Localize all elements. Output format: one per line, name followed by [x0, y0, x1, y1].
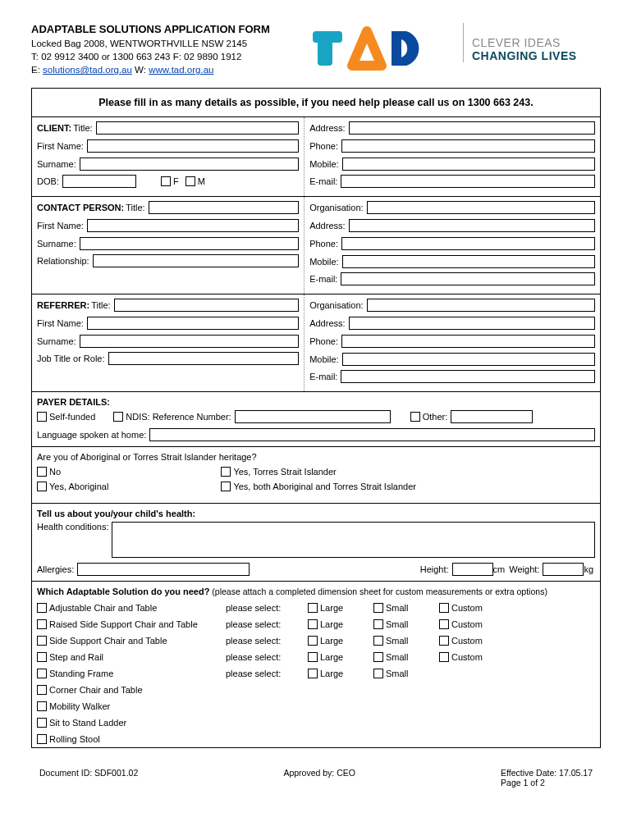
referrer-job-label: Job Title or Role: [37, 354, 105, 363]
solution-small-checkbox[interactable] [373, 619, 383, 629]
solution-checkbox[interactable] [37, 669, 47, 678]
tad-logo [300, 23, 448, 74]
contact-relationship-input[interactable] [93, 254, 300, 267]
payer-section: PAYER DETAILS: Self-funded NDIS: Referen… [32, 392, 600, 447]
contact-phone-input[interactable] [341, 237, 595, 250]
client-title-label: Title: [73, 123, 92, 133]
application-form: Please fill in as many details as possib… [31, 88, 601, 748]
contact-org-input[interactable] [367, 201, 595, 214]
solution-checkbox[interactable] [37, 603, 47, 613]
solution-name: Raised Side Support Chair and Table [49, 619, 198, 629]
heritage-abo-checkbox[interactable] [37, 482, 47, 491]
solution-large-label: Large [320, 603, 343, 613]
referrer-address-input[interactable] [349, 317, 595, 330]
referrer-surname-label: Surname: [37, 336, 76, 346]
client-surname-input[interactable] [80, 158, 299, 171]
solution-checkbox[interactable] [37, 652, 47, 662]
solution-checkbox[interactable] [37, 636, 47, 646]
solution-small-checkbox[interactable] [373, 669, 383, 678]
solutions-list: Adjustable Chair and Tableplease select:… [32, 600, 600, 747]
solution-custom-checkbox[interactable] [439, 636, 449, 646]
health-height-label: Height: [420, 564, 449, 574]
health-weight-unit: kg [584, 564, 593, 574]
org-phone: T: 02 9912 3400 or 1300 663 243 F: 02 98… [31, 50, 286, 63]
solution-large-checkbox[interactable] [308, 603, 318, 613]
solution-custom-checkbox[interactable] [439, 619, 449, 629]
solution-checkbox[interactable] [37, 718, 47, 728]
solution-large-checkbox[interactable] [308, 652, 318, 662]
contact-firstname-input[interactable] [87, 219, 299, 232]
health-weight-input[interactable] [543, 563, 584, 576]
solution-custom-checkbox[interactable] [439, 652, 449, 662]
solution-name: Mobility Walker [49, 701, 110, 711]
solution-checkbox[interactable] [37, 619, 47, 629]
referrer-job-input[interactable] [108, 352, 300, 365]
client-dob-input[interactable] [62, 175, 136, 188]
health-section: Tell us about you/your child's health: H… [32, 504, 600, 582]
solutions-section: Which Adaptable Solution do you need? (p… [32, 582, 600, 747]
solution-custom-label: Custom [451, 636, 483, 646]
contact-title-input[interactable] [149, 201, 300, 214]
client-title-input[interactable] [96, 121, 300, 135]
client-mobile-label: Mobile: [309, 159, 338, 169]
solution-checkbox[interactable] [37, 685, 47, 695]
solution-custom-checkbox[interactable] [439, 603, 449, 613]
payer-ndis-checkbox[interactable] [113, 412, 123, 422]
referrer-phone-input[interactable] [341, 335, 595, 348]
client-phone-input[interactable] [341, 139, 595, 153]
referrer-firstname-input[interactable] [87, 317, 299, 330]
org-email-link[interactable]: solutions@tad.org.au [43, 65, 132, 75]
solution-name: Adjustable Chair and Table [49, 603, 157, 613]
client-firstname-input[interactable] [87, 139, 299, 153]
contact-surname-input[interactable] [80, 237, 299, 250]
solution-row: Rolling Stool [32, 731, 600, 747]
payer-self-checkbox[interactable] [37, 412, 47, 422]
form-title: ADAPTABLE SOLUTIONS APPLICATION FORM [31, 23, 286, 35]
payer-other-checkbox[interactable] [410, 412, 420, 422]
please-select-label: please select: [226, 669, 308, 678]
solution-large-checkbox[interactable] [308, 669, 318, 678]
referrer-surname-input[interactable] [80, 335, 299, 348]
solution-small-checkbox[interactable] [373, 652, 383, 662]
referrer-org-input[interactable] [367, 299, 595, 312]
payer-self-label: Self-funded [49, 412, 95, 422]
contact-label: CONTACT PERSON: [37, 203, 124, 212]
contact-address-input[interactable] [349, 219, 595, 232]
referrer-email-input[interactable] [341, 370, 595, 383]
payer-language-input[interactable] [149, 428, 595, 441]
solution-checkbox[interactable] [37, 734, 47, 744]
org-web-link[interactable]: www.tad.org.au [149, 65, 213, 75]
health-conditions-input[interactable] [112, 522, 595, 558]
client-sex-f-checkbox[interactable] [161, 176, 171, 186]
contact-mobile-input[interactable] [342, 255, 595, 268]
client-sex-f: F [173, 176, 179, 186]
solution-large-checkbox[interactable] [308, 619, 318, 629]
referrer-title-input[interactable] [114, 299, 300, 312]
solution-small-checkbox[interactable] [373, 636, 383, 646]
client-sex-m-checkbox[interactable] [185, 176, 195, 186]
solution-small-label: Small [386, 652, 409, 662]
solution-custom-label: Custom [451, 603, 483, 613]
client-email-input[interactable] [341, 175, 595, 188]
solution-large-label: Large [320, 619, 343, 629]
referrer-mobile-input[interactable] [342, 353, 595, 366]
health-height-input[interactable] [452, 563, 493, 576]
referrer-section: REFERRER: Title: First Name: Surname: Jo… [32, 294, 600, 392]
contact-email-input[interactable] [341, 272, 595, 285]
payer-other-input[interactable] [451, 410, 533, 423]
health-allergies-input[interactable] [77, 563, 250, 576]
solution-checkbox[interactable] [37, 701, 47, 711]
heritage-tsi-checkbox[interactable] [221, 467, 231, 477]
heritage-no-label: No [49, 467, 61, 477]
contact-title-label: Title: [126, 203, 144, 212]
please-select-label: please select: [226, 652, 308, 662]
solution-small-checkbox[interactable] [373, 603, 383, 613]
payer-ndis-input[interactable] [235, 410, 391, 423]
heritage-no-checkbox[interactable] [37, 467, 47, 477]
solution-large-checkbox[interactable] [308, 636, 318, 646]
client-mobile-input[interactable] [342, 158, 595, 171]
client-address-input[interactable] [349, 121, 595, 135]
contact-firstname-label: First Name: [37, 221, 84, 231]
heritage-both-checkbox[interactable] [221, 482, 231, 491]
payer-language-label: Language spoken at home: [37, 430, 146, 440]
